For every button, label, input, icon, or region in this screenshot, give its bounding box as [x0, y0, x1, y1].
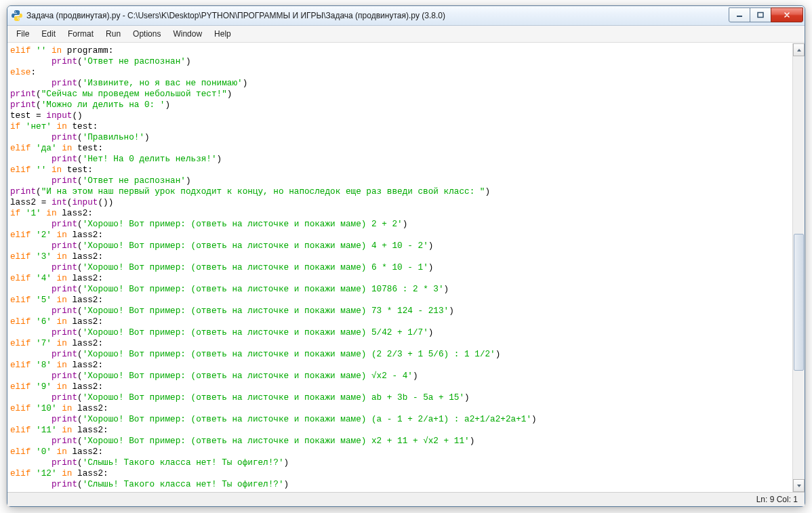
scroll-up-button[interactable] — [793, 43, 805, 56]
menubar: File Edit Format Run Options Window Help — [7, 26, 805, 43]
svg-rect-1 — [758, 12, 763, 17]
editor-area: elif '' in programm: print('Ответ не рас… — [7, 43, 805, 492]
menu-format[interactable]: Format — [62, 28, 100, 40]
code-editor[interactable]: elif '' in programm: print('Ответ не рас… — [7, 43, 792, 492]
maximize-button[interactable] — [750, 7, 771, 22]
scroll-thumb[interactable] — [794, 234, 804, 371]
menu-help[interactable]: Help — [208, 28, 237, 40]
window-controls — [729, 7, 803, 21]
cursor-position: Ln: 9 Col: 1 — [756, 495, 798, 504]
titlebar[interactable]: Задача (продвинутая).py - C:\Users\K\Des… — [7, 6, 805, 26]
menu-file[interactable]: File — [10, 28, 35, 40]
menu-window[interactable]: Window — [167, 28, 208, 40]
menu-options[interactable]: Options — [127, 28, 167, 40]
scroll-down-button[interactable] — [793, 479, 805, 492]
window-title: Задача (продвинутая).py - C:\Users\K\Des… — [26, 11, 729, 20]
python-icon — [12, 10, 22, 21]
close-button[interactable] — [771, 7, 803, 22]
scroll-track[interactable] — [793, 56, 805, 479]
menu-run[interactable]: Run — [100, 28, 127, 40]
minimize-button[interactable] — [729, 7, 750, 22]
vertical-scrollbar[interactable] — [792, 43, 805, 492]
statusbar: Ln: 9 Col: 1 — [7, 492, 805, 506]
idle-window: Задача (продвинутая).py - C:\Users\K\Des… — [7, 5, 805, 507]
svg-rect-0 — [737, 16, 742, 17]
menu-edit[interactable]: Edit — [35, 28, 62, 40]
